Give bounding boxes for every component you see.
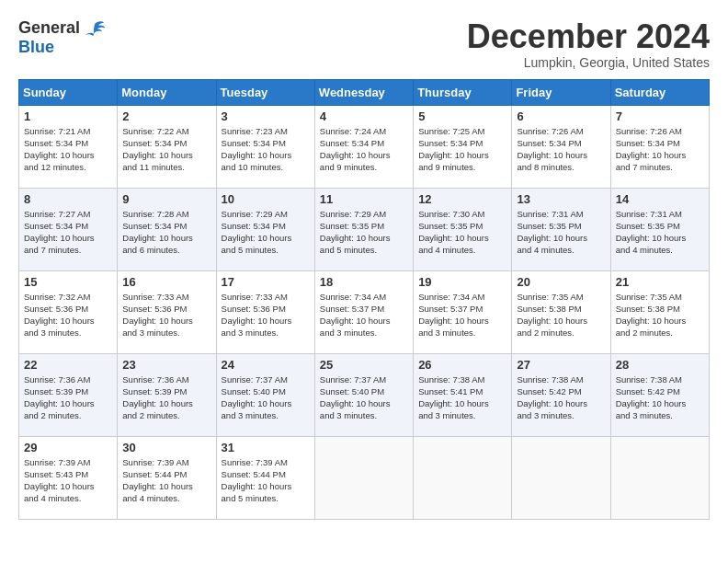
- logo: General Blue: [18, 18, 106, 57]
- day-info: Sunrise: 7:35 AMSunset: 5:38 PMDaylight:…: [616, 291, 704, 339]
- day-number: 29: [24, 441, 112, 454]
- calendar-header-wednesday: Wednesday: [314, 79, 413, 105]
- calendar-week-row: 29Sunrise: 7:39 AMSunset: 5:43 PMDayligh…: [19, 436, 710, 519]
- day-number: 2: [122, 109, 210, 123]
- calendar-cell: 25Sunrise: 7:37 AMSunset: 5:40 PMDayligh…: [314, 353, 413, 436]
- day-number: 17: [222, 275, 310, 289]
- day-info: Sunrise: 7:38 AMSunset: 5:42 PMDaylight:…: [616, 373, 704, 422]
- day-info: Sunrise: 7:28 AMSunset: 5:34 PMDaylight:…: [122, 208, 210, 257]
- day-info: Sunrise: 7:39 AMSunset: 5:44 PMDaylight:…: [122, 456, 210, 505]
- logo-general-text: General: [18, 18, 80, 38]
- day-number: 7: [616, 109, 704, 123]
- calendar-cell: 31Sunrise: 7:39 AMSunset: 5:44 PMDayligh…: [216, 436, 314, 519]
- calendar-header-thursday: Thursday: [414, 79, 512, 105]
- calendar-header-tuesday: Tuesday: [216, 79, 314, 105]
- calendar-cell: 12Sunrise: 7:30 AMSunset: 5:35 PMDayligh…: [414, 188, 512, 270]
- calendar-cell: 7Sunrise: 7:26 AMSunset: 5:34 PMDaylight…: [610, 105, 709, 188]
- day-number: 12: [418, 192, 506, 206]
- day-info: Sunrise: 7:22 AMSunset: 5:34 PMDaylight:…: [122, 125, 210, 174]
- calendar-cell: [512, 436, 610, 519]
- day-info: Sunrise: 7:21 AMSunset: 5:34 PMDaylight:…: [24, 125, 112, 174]
- day-number: 18: [320, 275, 408, 289]
- calendar-cell: 3Sunrise: 7:23 AMSunset: 5:34 PMDaylight…: [216, 105, 314, 188]
- calendar-cell: 30Sunrise: 7:39 AMSunset: 5:44 PMDayligh…: [118, 436, 216, 519]
- calendar-cell: 9Sunrise: 7:28 AMSunset: 5:34 PMDaylight…: [118, 188, 216, 270]
- day-number: 26: [418, 358, 506, 372]
- month-title: December 2024: [467, 18, 710, 55]
- day-number: 10: [222, 192, 310, 206]
- calendar-cell: 27Sunrise: 7:38 AMSunset: 5:42 PMDayligh…: [512, 353, 610, 436]
- day-number: 3: [222, 109, 310, 123]
- calendar-cell: 26Sunrise: 7:38 AMSunset: 5:41 PMDayligh…: [414, 353, 512, 436]
- day-number: 31: [222, 441, 310, 454]
- calendar-cell: 8Sunrise: 7:27 AMSunset: 5:34 PMDaylight…: [19, 188, 118, 270]
- day-info: Sunrise: 7:33 AMSunset: 5:36 PMDaylight:…: [122, 291, 210, 339]
- day-info: Sunrise: 7:34 AMSunset: 5:37 PMDaylight:…: [320, 291, 408, 339]
- calendar-week-row: 1Sunrise: 7:21 AMSunset: 5:34 PMDaylight…: [19, 105, 710, 188]
- calendar-cell: [414, 436, 512, 519]
- calendar-cell: 15Sunrise: 7:32 AMSunset: 5:36 PMDayligh…: [19, 270, 118, 353]
- day-info: Sunrise: 7:31 AMSunset: 5:35 PMDaylight:…: [517, 208, 605, 257]
- day-info: Sunrise: 7:25 AMSunset: 5:34 PMDaylight:…: [418, 125, 506, 174]
- day-number: 20: [517, 275, 605, 289]
- calendar-header-row: SundayMondayTuesdayWednesdayThursdayFrid…: [19, 79, 710, 105]
- day-info: Sunrise: 7:36 AMSunset: 5:39 PMDaylight:…: [122, 373, 210, 422]
- calendar-cell: 6Sunrise: 7:26 AMSunset: 5:34 PMDaylight…: [512, 105, 610, 188]
- day-number: 30: [122, 441, 210, 454]
- calendar-header-saturday: Saturday: [610, 79, 709, 105]
- calendar-cell: 4Sunrise: 7:24 AMSunset: 5:34 PMDaylight…: [314, 105, 413, 188]
- calendar-cell: 23Sunrise: 7:36 AMSunset: 5:39 PMDayligh…: [118, 353, 216, 436]
- day-number: 6: [517, 109, 605, 123]
- calendar-cell: 11Sunrise: 7:29 AMSunset: 5:35 PMDayligh…: [314, 188, 413, 270]
- calendar-header-sunday: Sunday: [19, 79, 118, 105]
- calendar-cell: 18Sunrise: 7:34 AMSunset: 5:37 PMDayligh…: [314, 270, 413, 353]
- location-text: Lumpkin, Georgia, United States: [467, 55, 710, 70]
- day-info: Sunrise: 7:38 AMSunset: 5:42 PMDaylight:…: [517, 373, 605, 422]
- calendar-header-monday: Monday: [118, 79, 216, 105]
- day-info: Sunrise: 7:35 AMSunset: 5:38 PMDaylight:…: [517, 291, 605, 339]
- day-info: Sunrise: 7:38 AMSunset: 5:41 PMDaylight:…: [418, 373, 506, 422]
- day-info: Sunrise: 7:26 AMSunset: 5:34 PMDaylight:…: [616, 125, 704, 174]
- day-info: Sunrise: 7:36 AMSunset: 5:39 PMDaylight:…: [24, 373, 112, 422]
- calendar-cell: 21Sunrise: 7:35 AMSunset: 5:38 PMDayligh…: [610, 270, 709, 353]
- day-number: 9: [122, 192, 210, 206]
- day-number: 21: [616, 275, 704, 289]
- page-header: General Blue December 2024 Lumpkin, Geor…: [18, 18, 710, 70]
- day-number: 22: [24, 358, 112, 372]
- day-number: 28: [616, 358, 704, 372]
- calendar-cell: 14Sunrise: 7:31 AMSunset: 5:35 PMDayligh…: [610, 188, 709, 270]
- day-info: Sunrise: 7:37 AMSunset: 5:40 PMDaylight:…: [222, 373, 310, 422]
- calendar-cell: 1Sunrise: 7:21 AMSunset: 5:34 PMDaylight…: [19, 105, 118, 188]
- day-number: 23: [122, 358, 210, 372]
- calendar-week-row: 22Sunrise: 7:36 AMSunset: 5:39 PMDayligh…: [19, 353, 710, 436]
- day-number: 1: [24, 109, 112, 123]
- calendar-week-row: 8Sunrise: 7:27 AMSunset: 5:34 PMDaylight…: [19, 188, 710, 270]
- day-info: Sunrise: 7:29 AMSunset: 5:35 PMDaylight:…: [320, 208, 408, 257]
- day-number: 25: [320, 358, 408, 372]
- day-number: 19: [418, 275, 506, 289]
- day-number: 14: [616, 192, 704, 206]
- day-info: Sunrise: 7:23 AMSunset: 5:34 PMDaylight:…: [222, 125, 310, 174]
- calendar-cell: 16Sunrise: 7:33 AMSunset: 5:36 PMDayligh…: [118, 270, 216, 353]
- day-number: 24: [222, 358, 310, 372]
- day-info: Sunrise: 7:26 AMSunset: 5:34 PMDaylight:…: [517, 125, 605, 174]
- day-info: Sunrise: 7:37 AMSunset: 5:40 PMDaylight:…: [320, 373, 408, 422]
- day-number: 13: [517, 192, 605, 206]
- day-info: Sunrise: 7:29 AMSunset: 5:34 PMDaylight:…: [222, 208, 310, 257]
- calendar-cell: 24Sunrise: 7:37 AMSunset: 5:40 PMDayligh…: [216, 353, 314, 436]
- calendar-cell: 2Sunrise: 7:22 AMSunset: 5:34 PMDaylight…: [118, 105, 216, 188]
- calendar-cell: 28Sunrise: 7:38 AMSunset: 5:42 PMDayligh…: [610, 353, 709, 436]
- day-number: 27: [517, 358, 605, 372]
- day-number: 8: [24, 192, 112, 206]
- calendar-week-row: 15Sunrise: 7:32 AMSunset: 5:36 PMDayligh…: [19, 270, 710, 353]
- calendar-cell: 22Sunrise: 7:36 AMSunset: 5:39 PMDayligh…: [19, 353, 118, 436]
- calendar-cell: 29Sunrise: 7:39 AMSunset: 5:43 PMDayligh…: [19, 436, 118, 519]
- day-number: 16: [122, 275, 210, 289]
- calendar-cell: 17Sunrise: 7:33 AMSunset: 5:36 PMDayligh…: [216, 270, 314, 353]
- day-info: Sunrise: 7:34 AMSunset: 5:37 PMDaylight:…: [418, 291, 506, 339]
- day-info: Sunrise: 7:31 AMSunset: 5:35 PMDaylight:…: [616, 208, 704, 257]
- day-info: Sunrise: 7:33 AMSunset: 5:36 PMDaylight:…: [222, 291, 310, 339]
- calendar-cell: [610, 436, 709, 519]
- day-number: 4: [320, 109, 408, 123]
- day-info: Sunrise: 7:30 AMSunset: 5:35 PMDaylight:…: [418, 208, 506, 257]
